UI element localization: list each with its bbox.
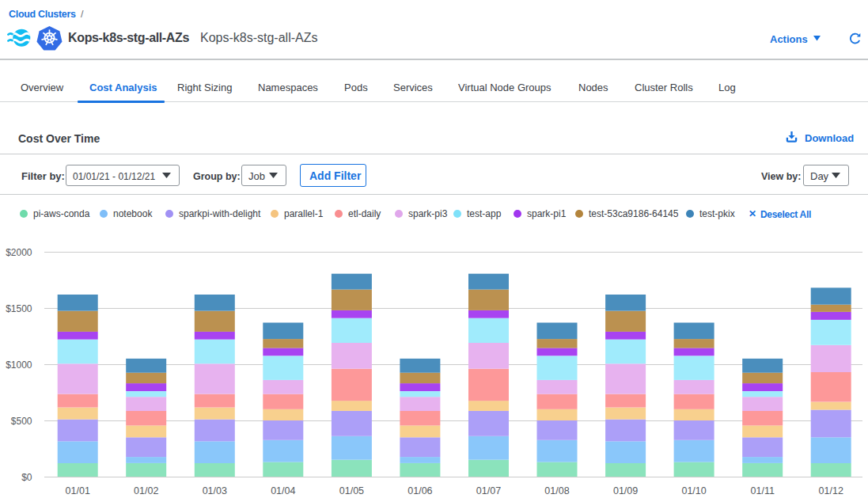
svg-text:01/10: 01/10 (681, 485, 706, 496)
svg-text:$1500: $1500 (6, 303, 32, 314)
svg-text:01/04: 01/04 (271, 485, 295, 496)
svg-text:$500: $500 (11, 416, 32, 427)
svg-text:01/07: 01/07 (476, 485, 501, 496)
svg-text:01/11: 01/11 (751, 485, 775, 496)
svg-text:$1000: $1000 (6, 359, 32, 371)
svg-text:01/06: 01/06 (407, 485, 432, 496)
svg-text:01/03: 01/03 (203, 485, 227, 496)
svg-text:$0: $0 (21, 472, 32, 483)
svg-text:01/02: 01/02 (134, 485, 158, 496)
svg-text:01/01: 01/01 (66, 485, 90, 496)
svg-text:01/08: 01/08 (544, 485, 569, 496)
svg-text:$2000: $2000 (6, 247, 32, 258)
svg-text:01/09: 01/09 (613, 485, 638, 496)
svg-text:01/12: 01/12 (819, 485, 843, 496)
svg-text:01/05: 01/05 (339, 485, 364, 496)
